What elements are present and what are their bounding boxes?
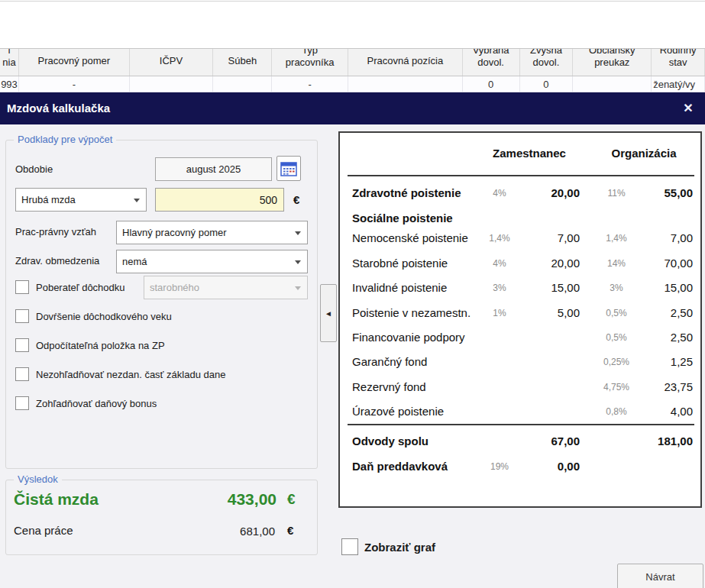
dialog-titlebar[interactable]: Mzdová kalkulačka ✕ — [0, 92, 705, 124]
checkbox-danovy-bonus[interactable] — [15, 396, 29, 410]
c-p1: 19% — [475, 459, 524, 474]
column-header[interactable]: ínia — [0, 49, 19, 76]
c-v1: 0,00 — [519, 459, 580, 474]
show-graph-label: Zobraziť graf — [364, 541, 435, 554]
c-v1: 20,00 — [519, 186, 580, 201]
c-label: Invalidné poistenie — [352, 280, 447, 296]
collapse-panel-button[interactable]: ◄ — [320, 284, 337, 342]
c-label: Financovanie podpory — [352, 330, 465, 345]
obdobie-value: august 2025 — [186, 163, 241, 175]
table-cell — [348, 76, 463, 92]
column-header[interactable]: Zvyšnádovol. — [520, 49, 574, 76]
c-v1: 7,00 — [519, 231, 580, 246]
zdrav-select[interactable]: nemá — [116, 250, 308, 273]
c-label: Starobné poistenie — [352, 256, 448, 271]
column-header[interactable]: IČPV — [130, 49, 214, 76]
contribution-row: Nemocenské poistenie1,4%7,001,4%7,00 — [340, 231, 700, 246]
c-v1: 5,00 — [519, 305, 580, 321]
wage-type-select[interactable]: Hrubá mzda — [15, 188, 147, 212]
c-v1: 67,00 — [519, 434, 580, 449]
c-v2: 2,50 — [632, 305, 693, 321]
table-cell — [130, 76, 214, 92]
table-cell: 0 — [520, 76, 574, 92]
checkbox-dovrsenie-label: Dovŕšenie dôchodkového veku — [36, 311, 172, 322]
rel-select[interactable]: Hlavný pracovný pomer — [116, 221, 308, 244]
c-v1: 20,00 — [519, 256, 580, 271]
table-cell — [573, 76, 652, 92]
podklady-groupbox: Podklady pre výpočet Obdobie august 2025 — [5, 140, 318, 469]
vysledok-groupbox: Výsledok Čistá mzda 433,00 € Cena práce … — [5, 480, 318, 555]
pension-checkbox-label: Poberateľ dôchodku — [36, 282, 125, 293]
calendar-button[interactable] — [277, 156, 301, 181]
contribution-row: Sociálne poistenie — [340, 211, 700, 226]
c-label: Poistenie v nezamestn. — [352, 305, 471, 321]
c-label: Zdravotné poistenie — [352, 186, 461, 201]
wage-type-value: Hrubá mzda — [21, 194, 76, 205]
pension-type-select: starobného — [144, 276, 308, 299]
c-v2: 7,00 — [632, 231, 693, 246]
employee-table-header: íniaPracovný pomerIČPVSúbehTyppracovníka… — [0, 48, 705, 76]
checkbox-odpocitatelna[interactable] — [15, 338, 29, 352]
chevron-left-icon: ◄ — [325, 309, 332, 318]
c-p1: 4% — [475, 186, 524, 201]
column-header[interactable]: Občianskypreukaz — [573, 49, 652, 76]
chevron-down-icon — [134, 199, 140, 202]
table-cell: - — [19, 76, 130, 92]
labour-cost-value: 681,00 — [121, 525, 275, 538]
wage-amount-input[interactable] — [155, 188, 284, 212]
employee-table-row[interactable]: 993--00ženatý/vy — [0, 76, 705, 92]
contribution-row: Invalidné poistenie3%15,003%15,00 — [340, 280, 700, 296]
chevron-down-icon — [295, 286, 301, 290]
c-v2: 15,00 — [632, 280, 693, 296]
c-v2: 55,00 — [632, 186, 693, 201]
obdobie-value-box: august 2025 — [155, 157, 272, 181]
checkbox-odpocitatelna-label: Odpočítateľná položka na ZP — [36, 340, 165, 351]
column-header[interactable]: Súbeh — [213, 49, 272, 76]
checkbox-danovy-bonus-label: Zohľadňovať daňový bonus — [36, 398, 157, 409]
show-graph-checkbox[interactable] — [341, 538, 358, 555]
checkbox-dovrsenie[interactable] — [15, 309, 29, 323]
table-cell: ženatý/vy — [652, 76, 705, 92]
table-cell: 0 — [463, 76, 520, 92]
net-wage-label: Čistá mzda — [14, 490, 99, 509]
c-label: Daň preddavková — [352, 459, 448, 474]
close-icon[interactable]: ✕ — [678, 92, 699, 124]
contributions-panel: Zamestnanec Organizácia Zdravotné poiste… — [338, 131, 702, 508]
dialog-body: Podklady pre výpočet Obdobie august 2025 — [0, 124, 705, 588]
organization-column-header: Organizácia — [590, 147, 697, 160]
navrat-button[interactable]: Návrat — [617, 564, 703, 588]
c-v2: 1,25 — [632, 354, 693, 370]
c-label: Sociálne poistenie — [352, 211, 453, 226]
labour-cost-currency: € — [287, 524, 293, 537]
checkbox-nezohladnovat[interactable] — [15, 367, 29, 381]
contribution-row: Rezervný fond4,75%23,75 — [340, 380, 700, 395]
totals-separator — [348, 424, 694, 425]
currency-label: € — [293, 193, 299, 206]
window-top-border — [0, 1, 705, 2]
calendar-icon — [280, 161, 297, 176]
pension-checkbox[interactable] — [15, 280, 29, 294]
table-cell — [213, 76, 272, 92]
c-p1: 1% — [475, 305, 524, 321]
contribution-row: Starobné poistenie4%20,0014%70,00 — [340, 256, 700, 271]
column-header[interactable]: Typpracovníka — [272, 49, 348, 76]
column-header[interactable]: Rodinnýstav — [652, 49, 705, 76]
dialog-title: Mzdová kalkulačka — [7, 92, 110, 124]
zdrav-label: Zdrav. obmedzenia — [15, 255, 99, 267]
c-label: Odvody spolu — [352, 434, 428, 449]
table-cell: - — [272, 76, 348, 92]
c-label: Úrazové poistenie — [352, 404, 444, 419]
employee-table: íniaPracovný pomerIČPVSúbehTyppracovníka… — [0, 48, 705, 92]
tax-row: Daň preddavková 19% 0,00 — [340, 459, 700, 474]
column-header[interactable]: Vybranádovol. — [463, 49, 520, 76]
column-header[interactable]: Pracovný pomer — [19, 49, 130, 76]
column-header[interactable]: Pracovná pozícia — [348, 49, 463, 76]
labour-cost-label: Cena práce — [14, 524, 73, 537]
chevron-down-icon — [295, 231, 301, 235]
contribution-row: Zdravotné poistenie4%20,0011%55,00 — [340, 186, 700, 201]
header-separator — [348, 175, 694, 176]
checkbox-nezohladnovat-label: Nezohľadňovať nezdan. časť základu dane — [36, 369, 225, 380]
c-label: Rezervný fond — [352, 380, 426, 395]
c-v2: 4,00 — [632, 404, 693, 419]
c-p1: 4% — [475, 256, 524, 271]
